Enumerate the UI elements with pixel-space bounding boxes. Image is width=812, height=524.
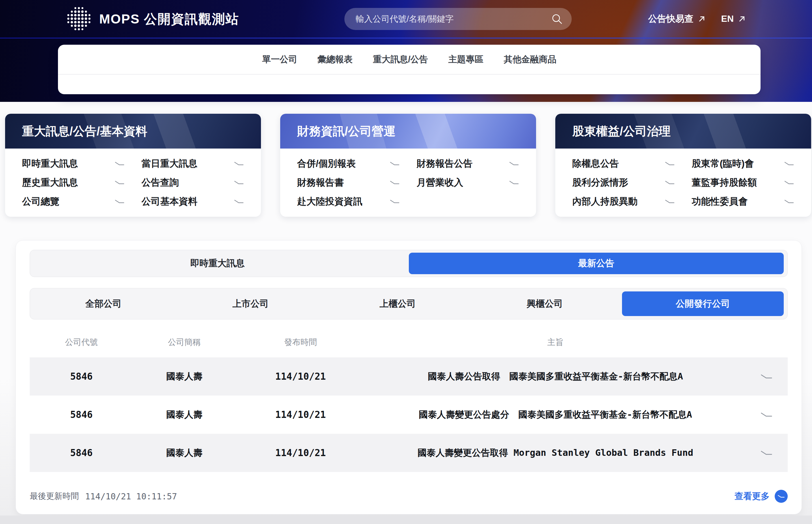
- company-filter[interactable]: 公開發行公司: [622, 291, 784, 316]
- card-link[interactable]: 即時重大訊息: [22, 154, 125, 173]
- card-items: 即時重大訊息 當日重大訊息 歷史重大訊息 公告查詢 公司總覽 公司基本資料: [5, 149, 261, 211]
- cell-company-code: 5846: [30, 447, 133, 458]
- row-arrow-icon[interactable]: [745, 450, 788, 456]
- cell-company-code: 5846: [30, 371, 133, 382]
- card-link[interactable]: 內部人持股異動: [572, 192, 675, 211]
- view-more-button[interactable]: 查看更多: [734, 490, 788, 503]
- card-header: 重大訊息/公告/基本資料: [5, 114, 261, 149]
- site-title: MOPS 公開資訊觀測站: [99, 11, 239, 28]
- language-label: EN: [721, 14, 734, 24]
- arrow-right-slant-icon: [509, 180, 519, 185]
- arrow-right-slant-icon: [665, 199, 675, 204]
- card-link[interactable]: 財務報告書: [297, 173, 400, 192]
- table-row[interactable]: 5846 國泰人壽 114/10/21 國泰人壽變更公告處分 國泰美國多重收益平…: [30, 395, 788, 434]
- card-link[interactable]: 合併/個別報表: [297, 154, 400, 173]
- table-row[interactable]: 5846 國泰人壽 114/10/21 國泰人壽變更公告取得 Morgan St…: [30, 434, 788, 472]
- arrow-right-slant-icon: [115, 180, 125, 185]
- search-input[interactable]: [355, 14, 551, 24]
- col-header-date: 發布時間: [236, 337, 366, 348]
- card-link[interactable]: 公告查詢: [142, 173, 244, 192]
- announcement-rows: 5846 國泰人壽 114/10/21 國泰人壽公告取得 國泰美國多重收益平衡基…: [30, 357, 788, 472]
- main-nav: 單一公司彙總報表重大訊息/公告主題專區其他金融商品: [58, 45, 761, 94]
- arrow-right-slant-icon: [784, 199, 794, 204]
- company-filters: 全部公司 上市公司 上櫃公司 興櫃公司 公開發行公司: [30, 288, 788, 320]
- card-link[interactable]: 公司基本資料: [142, 192, 244, 211]
- nav-item[interactable]: 單一公司: [262, 53, 297, 65]
- cell-subject: 國泰人壽公告取得 國泰美國多重收益平衡基金-新台幣不配息A: [366, 370, 745, 383]
- card-link[interactable]: 當日重大訊息: [142, 154, 244, 173]
- col-header-name: 公司簡稱: [133, 337, 236, 348]
- card-link[interactable]: 股東常(臨時)會: [692, 154, 794, 173]
- panel-footer: 最後更新時間 114/10/21 10:11:57 查看更多: [30, 488, 788, 505]
- view-more-label: 查看更多: [734, 490, 769, 502]
- view-more-arrow-icon: [775, 490, 788, 503]
- arrow-right-slant-icon: [390, 199, 400, 204]
- cell-publish-date: 114/10/21: [236, 371, 366, 382]
- logo-dots-icon: [66, 6, 92, 33]
- language-link[interactable]: EN: [721, 14, 746, 24]
- company-filter[interactable]: 上市公司: [177, 288, 324, 319]
- cell-company-name: 國泰人壽: [133, 447, 236, 459]
- card-title: 重大訊息/公告/基本資料: [22, 124, 147, 139]
- arrow-right-slant-icon: [234, 180, 244, 185]
- panel-tab[interactable]: 最新公告: [409, 253, 784, 274]
- feature-cards: 重大訊息/公告/基本資料 即時重大訊息 當日重大訊息 歷史重大訊息 公告查詢 公…: [5, 114, 811, 217]
- row-arrow-icon[interactable]: [745, 412, 788, 417]
- card-major-news: 重大訊息/公告/基本資料 即時重大訊息 當日重大訊息 歷史重大訊息 公告查詢 公…: [5, 114, 261, 217]
- table-row[interactable]: 5846 國泰人壽 114/10/21 國泰人壽公告取得 國泰美國多重收益平衡基…: [30, 357, 788, 395]
- panel-tabs: 即時重大訊息 最新公告: [30, 250, 788, 277]
- arrow-right-slant-icon: [234, 199, 244, 204]
- last-updated-value: 114/10/21 10:11:57: [85, 491, 177, 501]
- col-header-subject: 主旨: [366, 337, 745, 348]
- arrow-right-slant-icon: [234, 161, 244, 166]
- card-financial-info: 財務資訊/公司營運 合併/個別報表 財務報告公告 財務報告書 月營業收入 赴大陸…: [280, 114, 536, 217]
- site-logo[interactable]: MOPS 公開資訊觀測站: [66, 6, 239, 32]
- announcements-panel: 即時重大訊息 最新公告 全部公司 上市公司 上櫃公司 興櫃公司 公開發行公司 公…: [16, 240, 802, 514]
- cell-subject: 國泰人壽變更公告取得 Morgan Stanley Global Brands …: [366, 447, 745, 459]
- page-bottom-strip: [0, 515, 812, 524]
- arrow-right-slant-icon: [784, 180, 794, 185]
- nav-submenu-row: [58, 75, 761, 94]
- card-link[interactable]: 股利分派情形: [572, 173, 675, 192]
- card-link[interactable]: 財務報告公告: [417, 154, 519, 173]
- arrow-right-slant-icon: [665, 180, 675, 185]
- card-link[interactable]: 月營業收入: [417, 173, 519, 192]
- company-filter[interactable]: 全部公司: [30, 288, 177, 319]
- quick-search-link[interactable]: 公告快易查: [648, 13, 706, 25]
- row-arrow-icon[interactable]: [745, 374, 788, 379]
- last-updated-label: 最後更新時間: [30, 491, 79, 502]
- nav-item[interactable]: 主題專區: [449, 53, 484, 65]
- company-filter[interactable]: 上櫃公司: [324, 288, 471, 319]
- arrow-right-slant-icon: [115, 161, 125, 166]
- arrow-right-slant-icon: [784, 161, 794, 166]
- arrow-right-slant-icon: [665, 161, 675, 166]
- card-link[interactable]: 歷史重大訊息: [22, 173, 125, 192]
- last-updated: 最後更新時間 114/10/21 10:11:57: [30, 491, 177, 502]
- arrow-right-slant-icon: [115, 199, 125, 204]
- card-shareholder-rights: 股東權益/公司治理 除權息公告 股東常(臨時)會 股利分派情形 董監事持股餘額 …: [555, 114, 811, 217]
- external-link-icon: [738, 15, 746, 23]
- col-header-code: 公司代號: [30, 337, 133, 348]
- nav-item[interactable]: 重大訊息/公告: [373, 53, 428, 65]
- cell-company-name: 國泰人壽: [133, 370, 236, 383]
- card-link[interactable]: 公司總覽: [22, 192, 125, 211]
- card-link[interactable]: 除權息公告: [572, 154, 675, 173]
- card-items: 合併/個別報表 財務報告公告 財務報告書 月營業收入 赴大陸投資資訊: [280, 149, 536, 211]
- card-link[interactable]: 赴大陸投資資訊: [297, 192, 400, 211]
- search-bar[interactable]: [344, 8, 572, 30]
- table-header: 公司代號 公司簡稱 發布時間 主旨: [30, 334, 788, 350]
- arrow-right-slant-icon: [390, 161, 400, 166]
- nav-item[interactable]: 其他金融商品: [504, 53, 556, 65]
- card-title: 財務資訊/公司營運: [297, 124, 395, 139]
- company-filter[interactable]: 興櫃公司: [471, 288, 618, 319]
- panel-tab[interactable]: 即時重大訊息: [30, 250, 405, 277]
- card-link[interactable]: 董監事持股餘額: [692, 173, 794, 192]
- external-link-icon: [697, 15, 706, 23]
- nav-item[interactable]: 彙總報表: [318, 53, 353, 65]
- card-header: 股東權益/公司治理: [555, 114, 811, 149]
- cell-publish-date: 114/10/21: [236, 409, 366, 420]
- search-icon[interactable]: [551, 13, 563, 25]
- card-link[interactable]: 功能性委員會: [692, 192, 794, 211]
- top-links: 公告快易查 EN: [648, 0, 746, 38]
- card-title: 股東權益/公司治理: [572, 124, 671, 139]
